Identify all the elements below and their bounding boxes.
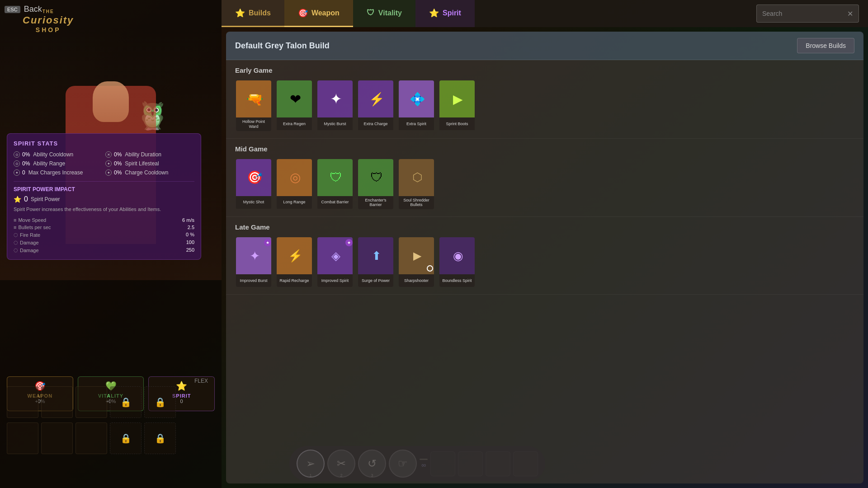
- sharpshooter-circle: [427, 265, 433, 272]
- sharpshooter-name: Sharpshooter: [399, 274, 434, 287]
- stats-grid: ⊙ 0% Ability Cooldown ✕ 0% Ability Durat…: [14, 151, 194, 176]
- extra-spirit-icon: 💠: [410, 92, 425, 107]
- item-hollow-point-ward[interactable]: 🔫 Hollow Point Ward: [235, 80, 272, 132]
- item-combat-barrier[interactable]: 🛡 Combat Barrier: [316, 158, 354, 211]
- item-sprint-boots[interactable]: ▶ Sprint Boots: [439, 80, 476, 132]
- weapon-slot-1: [7, 386, 38, 418]
- rapid-recharge-icon: ⚡: [288, 249, 302, 263]
- weapon-slot-locked-2: 🔒: [144, 386, 176, 418]
- search-close-icon[interactable]: ✕: [847, 9, 853, 18]
- soul-shredder-name: Soul Shredder Bullets: [399, 196, 434, 210]
- extra-spirit-icon-area: 💠: [399, 80, 435, 117]
- build-header: Default Grey Talon Build Browse Builds: [226, 32, 863, 60]
- build-title: Default Grey Talon Build: [235, 41, 330, 51]
- item-extra-charge[interactable]: ⚡ Extra Charge: [357, 80, 394, 132]
- back-button[interactable]: ESC Back: [5, 5, 42, 14]
- search-input[interactable]: [762, 10, 844, 17]
- extra-regen-icon-area: ❤: [277, 80, 313, 117]
- long-range-icon: ◎: [290, 170, 301, 185]
- improved-burst-icon-area: ✦ ★: [236, 237, 272, 274]
- browse-builds-button[interactable]: Browse Builds: [797, 38, 854, 53]
- enchanters-barrier-icon: 🛡: [370, 170, 383, 185]
- damage1-val: 100: [182, 239, 194, 245]
- range-label: Ability Range: [33, 160, 65, 167]
- cooldown-label: Ability Cooldown: [33, 151, 73, 158]
- tabs-bar: ⭐ Builds 🎯 Weapon 🛡 Vitality ⭐ Spirit ✕: [222, 0, 868, 27]
- combat-barrier-icon-area: 🛡: [317, 159, 354, 196]
- combat-stats: ≡ Move Speed 6 m/s ≡ Bullets per sec 2.5…: [14, 217, 194, 253]
- item-rapid-recharge[interactable]: ⚡ Rapid Recharge: [276, 236, 313, 288]
- duration-label: Ability Duration: [125, 151, 161, 158]
- item-extra-spirit[interactable]: 💠 Extra Spirit: [398, 80, 435, 132]
- item-long-range[interactable]: ◎ Long Range: [276, 158, 313, 211]
- mystic-burst-icon: ✦: [330, 90, 342, 108]
- item-boundless-spirit[interactable]: ◉ Boundless Spirit: [439, 236, 476, 288]
- mystic-burst-icon-area: ✦: [317, 80, 354, 117]
- boundless-spirit-icon-area: ◉: [439, 237, 476, 274]
- stat-max-charges: ✦ 0 Max Charges Increase: [14, 169, 103, 176]
- item-soul-shredder-bullets[interactable]: ⬡ Soul Shredder Bullets: [398, 158, 435, 211]
- charge-cd-val: 0%: [114, 169, 122, 176]
- item-improved-burst[interactable]: ✦ ★ Improved Burst: [235, 236, 272, 288]
- tab-vitality[interactable]: 🛡 Vitality: [353, 0, 415, 27]
- tab-spirit[interactable]: ⭐ Spirit: [415, 0, 475, 27]
- tab-weapon[interactable]: 🎯 Weapon: [284, 0, 353, 27]
- build-panel: Default Grey Talon Build Browse Builds E…: [226, 32, 863, 483]
- mystic-shot-icon: 🎯: [247, 170, 263, 185]
- mid-game-items: 🎯 Mystic Shot ◎ Long Range 🛡 Combat: [235, 158, 854, 211]
- mid-game-title: Mid Game: [235, 145, 854, 153]
- spirit-slot-2: [41, 422, 73, 454]
- weapon-tab-label: Weapon: [311, 9, 340, 17]
- sprint-boots-name: Sprint Boots: [439, 117, 475, 130]
- item-mystic-shot[interactable]: 🎯 Mystic Shot: [235, 158, 272, 211]
- flex-label: FLEX: [194, 378, 208, 384]
- move-speed-icon: ≡: [14, 217, 16, 223]
- soul-shredder-icon-area: ⬡: [399, 159, 435, 196]
- vitality-tab-label: Vitality: [378, 9, 402, 17]
- item-enchanters-barrier[interactable]: 🛡 Enchanter's Barrier: [357, 158, 394, 211]
- spirit-power-desc: Spirit Power increases the effectiveness…: [14, 206, 194, 213]
- charges-label: Max Charges Increase: [28, 169, 83, 176]
- move-speed-val: 6 m/s: [182, 217, 194, 223]
- fire-rate-val: 0 %: [182, 232, 194, 238]
- spirit-power-label: Spirit Power: [31, 196, 60, 202]
- lifesteal-label: Spirit Lifesteal: [125, 160, 159, 167]
- extra-charge-icon: ⚡: [369, 92, 385, 107]
- spirit-tab-label: Spirit: [443, 9, 461, 17]
- builds-tab-label: Builds: [249, 9, 271, 17]
- stat-spirit-lifesteal: ✦ 0% Spirit Lifesteal: [105, 160, 194, 167]
- cooldown-val: 0%: [22, 151, 30, 158]
- move-speed-label: ≡ Move Speed: [14, 217, 180, 223]
- improved-burst-icon: ✦: [250, 249, 260, 263]
- spirit-tab-icon: ⭐: [429, 8, 439, 18]
- boundless-spirit-icon: ◉: [453, 249, 463, 263]
- item-extra-regen[interactable]: ❤ Extra Regen: [276, 80, 313, 132]
- item-sharpshooter[interactable]: ▶ Sharpshooter: [398, 236, 435, 288]
- character-head: [93, 81, 129, 122]
- back-label: Back: [24, 5, 42, 14]
- mystic-shot-icon-area: 🎯: [236, 159, 272, 196]
- early-game-section: Early Game 🔫 Hollow Point Ward ❤ Extra R…: [226, 60, 863, 139]
- hollow-point-icon-area: 🔫: [236, 80, 272, 117]
- range-icon: ⊙: [14, 160, 20, 167]
- extra-regen-icon: ❤: [290, 91, 301, 107]
- spirit-power-zero: 0: [24, 195, 28, 203]
- bullets-icon: ≡: [14, 225, 16, 230]
- search-box[interactable]: ✕: [756, 5, 859, 23]
- charge-cd-icon: ✦: [105, 169, 112, 176]
- damage2-icon: ◌: [14, 247, 18, 253]
- tab-builds[interactable]: ⭐ Builds: [222, 0, 284, 27]
- weapon-slot-locked-1: 🔒: [110, 386, 142, 418]
- early-game-items: 🔫 Hollow Point Ward ❤ Extra Regen ✦: [235, 80, 854, 132]
- long-range-icon-area: ◎: [277, 159, 313, 196]
- charges-icon: ✦: [14, 169, 20, 176]
- item-mystic-burst[interactable]: ✦ Mystic Burst: [316, 80, 354, 132]
- item-improved-spirit[interactable]: ◈ ★ Improved Spirit: [316, 236, 354, 288]
- stat-ability-duration: ✕ 0% Ability Duration: [105, 151, 194, 158]
- item-surge-of-power[interactable]: ⬆ Surge of Power: [357, 236, 394, 288]
- spirit-slot-3: [75, 422, 107, 454]
- extra-charge-name: Extra Charge: [358, 117, 393, 130]
- late-game-section: Late Game ✦ ★ Improved Burst ⚡ Rapid Rec…: [226, 217, 863, 295]
- mystic-burst-name: Mystic Burst: [317, 117, 353, 130]
- rapid-recharge-name: Rapid Recharge: [277, 274, 312, 287]
